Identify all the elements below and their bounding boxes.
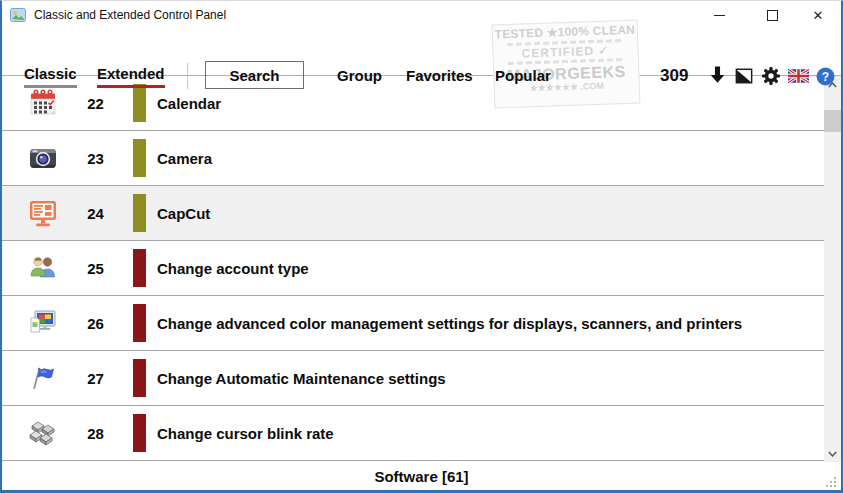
scroll-down-button[interactable] bbox=[824, 445, 841, 462]
app-window: Classic and Extended Control Panel ✕ Cla… bbox=[0, 0, 843, 493]
close-button[interactable]: ✕ bbox=[801, 1, 835, 29]
download-icon[interactable] bbox=[709, 64, 726, 86]
row-number: 26 bbox=[58, 315, 133, 332]
keyboard-icon bbox=[28, 418, 58, 448]
help-icon[interactable]: ? bbox=[816, 67, 835, 86]
category-bar bbox=[133, 249, 146, 287]
maximize-button[interactable] bbox=[755, 1, 789, 29]
title-bar: Classic and Extended Control Panel ✕ bbox=[2, 1, 841, 29]
close-icon: ✕ bbox=[813, 9, 824, 22]
row-number: 22 bbox=[58, 95, 133, 112]
row-label: Camera bbox=[157, 150, 212, 167]
category-bar bbox=[133, 84, 146, 122]
category-bar bbox=[133, 414, 146, 452]
minimize-button[interactable] bbox=[702, 1, 736, 29]
toolbar-divider bbox=[187, 63, 188, 89]
settings-gear-icon[interactable] bbox=[761, 66, 781, 86]
chevron-down-icon bbox=[828, 451, 837, 457]
row-number: 23 bbox=[58, 150, 133, 167]
flag-icon bbox=[28, 363, 58, 393]
status-text: Software [61] bbox=[374, 468, 468, 485]
app-icon bbox=[10, 7, 26, 23]
capcut-icon bbox=[28, 198, 58, 228]
menu-favorites[interactable]: Favorites bbox=[406, 67, 473, 84]
menu-group[interactable]: Group bbox=[337, 67, 382, 84]
row-number: 27 bbox=[58, 370, 133, 387]
scrollbar-thumb[interactable] bbox=[824, 110, 841, 132]
calendar-icon bbox=[28, 88, 58, 118]
category-bar bbox=[133, 139, 146, 177]
row-label: Calendar bbox=[157, 95, 221, 112]
status-bar: Software [61] bbox=[2, 462, 841, 491]
row-label: Change account type bbox=[157, 260, 309, 277]
list-item[interactable]: 24 CapCut bbox=[2, 186, 824, 241]
contrast-icon[interactable] bbox=[735, 67, 753, 85]
maximize-icon bbox=[767, 10, 778, 21]
list-item[interactable]: 25 Change account type bbox=[2, 241, 824, 296]
row-number: 24 bbox=[58, 205, 133, 222]
resize-grip-icon[interactable] bbox=[825, 476, 837, 488]
svg-text:?: ? bbox=[822, 70, 829, 84]
row-label: Change cursor blink rate bbox=[157, 425, 334, 442]
row-label: Change advanced color management setting… bbox=[157, 315, 742, 332]
row-label: CapCut bbox=[157, 205, 210, 222]
tab-classic[interactable]: Classic bbox=[24, 65, 77, 88]
row-number: 28 bbox=[58, 425, 133, 442]
category-bar bbox=[133, 194, 146, 232]
tab-extended[interactable]: Extended bbox=[97, 65, 165, 88]
item-count-badge: 309 bbox=[660, 66, 688, 86]
vertical-scrollbar[interactable] bbox=[824, 76, 841, 462]
category-bar bbox=[133, 304, 146, 342]
search-button[interactable]: Search bbox=[205, 61, 304, 89]
minimize-icon bbox=[714, 15, 725, 16]
camera-icon bbox=[28, 143, 58, 173]
row-label: Change Automatic Maintenance settings bbox=[157, 370, 446, 387]
uk-flag-icon[interactable] bbox=[788, 69, 809, 83]
list-item[interactable]: 27 Change Automatic Maintenance settings bbox=[2, 351, 824, 406]
list-item[interactable]: 28 Change cursor blink rate bbox=[2, 406, 824, 461]
category-bar bbox=[133, 359, 146, 397]
toolbar: Classic Extended Search Group Favorites … bbox=[2, 29, 841, 76]
menu-popular[interactable]: Popular bbox=[495, 67, 551, 84]
list-item[interactable]: 26 Change advanced color management sett… bbox=[2, 296, 824, 351]
color-management-icon bbox=[28, 308, 58, 338]
row-number: 25 bbox=[58, 260, 133, 277]
control-panel-list: 22 Calendar 23 Camera 24 CapCut bbox=[2, 76, 824, 462]
window-title: Classic and Extended Control Panel bbox=[34, 8, 226, 22]
users-icon bbox=[28, 253, 58, 283]
list-item[interactable]: 23 Camera bbox=[2, 131, 824, 186]
